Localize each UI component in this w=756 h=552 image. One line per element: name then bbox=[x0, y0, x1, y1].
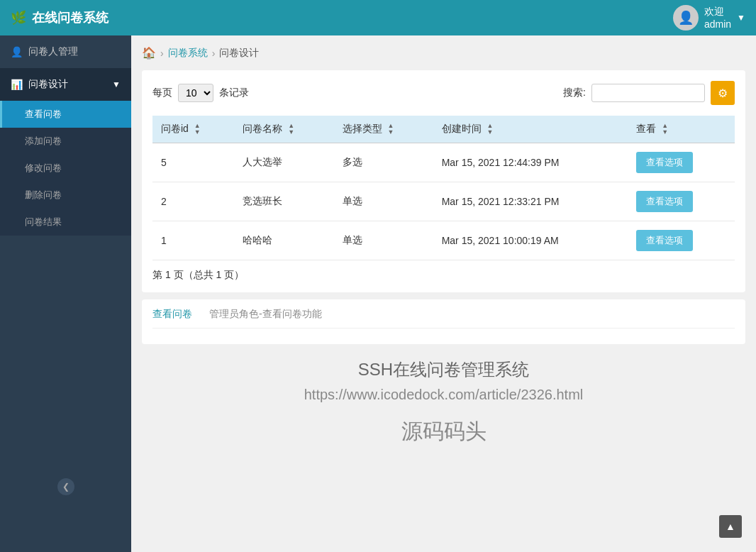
sidebar-item-edit-questionnaire[interactable]: 修改问卷 bbox=[0, 155, 131, 182]
per-page-select[interactable]: 10 5 25 50 bbox=[178, 84, 213, 102]
sidebar-item-view-questionnaire[interactable]: 查看问卷 bbox=[0, 101, 131, 128]
cell-name-1: 竞选班长 bbox=[234, 182, 333, 221]
person-icon: 👤 bbox=[11, 46, 23, 57]
table-header-row: 问卷id ▲▼ 问卷名称 ▲▼ 选择类型 ▲▼ 创建时间 bbox=[152, 116, 735, 143]
breadcrumb-sep-1: › bbox=[160, 48, 164, 59]
pagination-info: 第 1 页（总共 1 页） bbox=[152, 269, 735, 282]
cell-type-1: 单选 bbox=[334, 182, 433, 221]
view-options-button-1[interactable]: 查看选项 bbox=[636, 191, 693, 212]
questionnaire-table: 问卷id ▲▼ 问卷名称 ▲▼ 选择类型 ▲▼ 创建时间 bbox=[152, 116, 735, 260]
footer-link[interactable]: 查看问卷 bbox=[152, 308, 192, 319]
cell-created-2: Mar 15, 2021 10:00:19 AM bbox=[433, 221, 628, 260]
cell-created-0: Mar 15, 2021 12:44:39 PM bbox=[433, 143, 628, 182]
welcome-text: 欢迎 admin bbox=[704, 6, 731, 30]
toolbar-right: 搜索: ⚙ bbox=[563, 81, 735, 105]
sort-icons-name: ▲▼ bbox=[288, 123, 294, 136]
search-label: 搜索: bbox=[563, 87, 586, 99]
header: 🌿 在线问卷系统 👤 欢迎 admin ▼ bbox=[0, 0, 756, 35]
sidebar-label-design: 问卷设计 bbox=[28, 78, 68, 91]
sidebar-item-questionnaire-result[interactable]: 问卷结果 bbox=[0, 209, 131, 236]
cell-type-0: 多选 bbox=[334, 143, 433, 182]
avatar: 👤 bbox=[673, 5, 699, 31]
watermark-url: https://www.icodedock.com/article/2326.h… bbox=[142, 387, 745, 403]
sidebar-label-manager: 问卷人管理 bbox=[28, 45, 78, 58]
header-right: 👤 欢迎 admin ▼ bbox=[673, 5, 745, 31]
table-row: 2 竞选班长 单选 Mar 15, 2021 12:33:21 PM 查看选项 bbox=[152, 182, 735, 221]
cell-id-2: 1 bbox=[152, 221, 234, 260]
per-page-label: 每页 bbox=[152, 87, 172, 99]
view-options-button-2[interactable]: 查看选项 bbox=[636, 230, 693, 251]
content-card: 每页 10 5 25 50 条记录 搜索: ⚙ bbox=[142, 70, 745, 292]
sidebar-item-add-questionnaire[interactable]: 添加问卷 bbox=[0, 128, 131, 155]
toolbar: 每页 10 5 25 50 条记录 搜索: ⚙ bbox=[152, 81, 735, 105]
breadcrumb-sep-2: › bbox=[212, 48, 216, 59]
cell-name-2: 哈哈哈 bbox=[234, 221, 333, 260]
col-type[interactable]: 选择类型 ▲▼ bbox=[334, 116, 433, 143]
col-created[interactable]: 创建时间 ▲▼ bbox=[433, 116, 628, 143]
cell-id-0: 5 bbox=[152, 143, 234, 182]
cell-action-2: 查看选项 bbox=[628, 221, 735, 260]
sidebar-item-questionnaire-design[interactable]: 📊 问卷设计 ▼ bbox=[0, 68, 131, 101]
footer-card: 查看问卷 管理员角色-查看问卷功能 bbox=[142, 299, 745, 344]
expand-icon: ▼ bbox=[112, 79, 121, 89]
sort-icons-id: ▲▼ bbox=[194, 123, 201, 136]
col-action[interactable]: 查看 ▲▼ bbox=[628, 116, 735, 143]
gear-button[interactable]: ⚙ bbox=[711, 81, 735, 105]
cell-action-1: 查看选项 bbox=[628, 182, 735, 221]
search-input[interactable] bbox=[591, 84, 705, 102]
watermark-ssh-title: SSH在线问卷管理系统 bbox=[142, 358, 745, 381]
sidebar-item-questionnaire-manager[interactable]: 👤 问卷人管理 bbox=[0, 35, 131, 68]
user-dropdown-button[interactable]: ▼ bbox=[737, 13, 745, 23]
sort-icons-created: ▲▼ bbox=[487, 123, 494, 136]
cell-name-0: 人大选举 bbox=[234, 143, 333, 182]
site-title: 在线问卷系统 bbox=[32, 9, 109, 26]
watermark-brand: 源码码头 bbox=[142, 417, 745, 446]
sort-icons-type: ▲▼ bbox=[387, 123, 394, 136]
cell-created-1: Mar 15, 2021 12:33:21 PM bbox=[433, 182, 628, 221]
sidebar-submenu-design: 查看问卷 添加问卷 修改问卷 删除问卷 问卷结果 bbox=[0, 101, 131, 236]
toolbar-left: 每页 10 5 25 50 条记录 bbox=[152, 84, 249, 102]
avatar-icon: 👤 bbox=[678, 10, 694, 26]
records-label: 条记录 bbox=[219, 87, 249, 99]
sidebar: 👤 问卷人管理 📊 问卷设计 ▼ 查看问卷 添加问卷 修改问卷 删除问卷 问卷结… bbox=[0, 35, 131, 552]
view-options-button-0[interactable]: 查看选项 bbox=[636, 152, 693, 173]
logo: 🌿 在线问卷系统 bbox=[11, 9, 109, 26]
sidebar-item-delete-questionnaire[interactable]: 删除问卷 bbox=[0, 182, 131, 209]
gear-icon: ⚙ bbox=[718, 87, 728, 100]
cell-id-1: 2 bbox=[152, 182, 234, 221]
leaf-icon: 🌿 bbox=[11, 10, 26, 26]
table-row: 1 哈哈哈 单选 Mar 15, 2021 10:00:19 AM 查看选项 bbox=[152, 221, 735, 260]
chart-icon: 📊 bbox=[11, 79, 23, 90]
main-content: 🏠 › 问卷系统 › 问卷设计 每页 10 5 25 50 条记录 bbox=[131, 35, 756, 552]
col-name[interactable]: 问卷名称 ▲▼ bbox=[234, 116, 333, 143]
breadcrumb-current: 问卷设计 bbox=[219, 47, 259, 60]
breadcrumb: 🏠 › 问卷系统 › 问卷设计 bbox=[142, 46, 745, 60]
table-row: 5 人大选举 多选 Mar 15, 2021 12:44:39 PM 查看选项 bbox=[152, 143, 735, 182]
layout: 👤 问卷人管理 📊 问卷设计 ▼ 查看问卷 添加问卷 修改问卷 删除问卷 问卷结… bbox=[0, 35, 756, 552]
home-icon[interactable]: 🏠 bbox=[142, 46, 156, 60]
watermark: SSH在线问卷管理系统 https://www.icodedock.com/ar… bbox=[142, 358, 745, 446]
footer-role-desc: 管理员角色-查看问卷功能 bbox=[209, 308, 322, 319]
sort-icons-action: ▲▼ bbox=[662, 123, 668, 136]
col-id[interactable]: 问卷id ▲▼ bbox=[152, 116, 234, 143]
cell-action-0: 查看选项 bbox=[628, 143, 735, 182]
breadcrumb-link-system[interactable]: 问卷系统 bbox=[168, 47, 208, 60]
cell-type-2: 单选 bbox=[334, 221, 433, 260]
sidebar-collapse-button[interactable]: ❮ bbox=[57, 478, 74, 495]
scroll-top-button[interactable]: ▲ bbox=[719, 515, 742, 538]
